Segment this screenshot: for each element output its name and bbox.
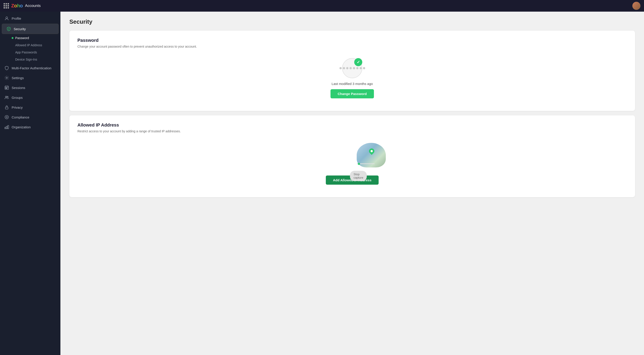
svg-rect-3 — [6, 88, 6, 88]
sub-item-label: Device Sign-Ins — [15, 58, 37, 61]
inactive-dot — [12, 44, 14, 46]
inactive-dot — [12, 58, 14, 60]
sidebar-item-profile[interactable]: Profile — [0, 13, 60, 23]
inactive-dot — [12, 51, 14, 53]
groups-icon — [4, 95, 9, 100]
pwd-dot — [353, 67, 355, 69]
sidebar-sub-device-signins[interactable]: Device Sign-Ins — [12, 56, 60, 63]
avatar-image — [632, 2, 640, 10]
pwd-dot — [363, 67, 365, 69]
password-card-desc: Change your account password often to pr… — [78, 45, 627, 48]
sidebar-item-settings[interactable]: Settings — [0, 73, 60, 83]
sidebar-item-mfa[interactable]: Multi-Factor Authentication — [0, 63, 60, 73]
page-title: Security — [69, 18, 635, 25]
sidebar-item-groups[interactable]: Groups — [0, 92, 60, 102]
sub-item-label: Password — [15, 36, 29, 40]
grid-menu-icon[interactable] — [4, 3, 9, 8]
svg-point-9 — [6, 116, 8, 118]
sidebar-item-label: Profile — [12, 16, 21, 20]
svg-point-8 — [5, 115, 8, 119]
sidebar-item-label: Privacy — [12, 105, 22, 109]
calendar-icon — [4, 85, 9, 90]
pwd-dot — [350, 67, 352, 69]
main-content: Security Password Change your account pa… — [60, 12, 644, 355]
svg-rect-12 — [8, 125, 9, 129]
ip-card-title: Allowed IP Address — [78, 122, 627, 128]
stop-capture-badge[interactable]: Stop capture — [350, 171, 367, 181]
active-dot — [12, 37, 14, 39]
topbar-left: Zoho Accounts — [4, 3, 41, 9]
lock-icon — [4, 105, 9, 109]
password-dots — [340, 67, 365, 69]
change-password-button[interactable]: Change Password — [330, 89, 374, 98]
svg-rect-4 — [6, 88, 7, 88]
sub-item-label: App Passwords — [15, 50, 37, 54]
zoho-logo: Zoho Accounts — [11, 3, 41, 9]
logo-z: Z — [11, 3, 14, 8]
logo-h: h — [17, 3, 20, 8]
sidebar-item-label: Multi-Factor Authentication — [12, 66, 52, 70]
sub-item-label: Allowed IP Address — [15, 43, 42, 47]
password-shield-circle — [342, 58, 362, 78]
svg-point-5 — [5, 96, 7, 97]
password-card: Password Change your account password of… — [69, 31, 635, 111]
pwd-dot — [340, 67, 342, 69]
map-pin-icon — [368, 147, 376, 155]
shield-lock-icon — [4, 66, 9, 70]
topbar: Zoho Accounts — [0, 0, 644, 12]
ip-visual: Stop capture Add Allowed IP Address — [78, 138, 627, 190]
svg-rect-7 — [5, 107, 8, 109]
allowed-ip-card: Allowed IP Address Restrict access to yo… — [69, 115, 635, 197]
user-icon — [4, 16, 9, 20]
ip-card-desc: Restrict access to your account by addin… — [78, 129, 627, 133]
sidebar-item-privacy[interactable]: Privacy — [0, 102, 60, 112]
password-check-badge — [354, 58, 362, 66]
sidebar-sub-app-passwords[interactable]: App Passwords — [12, 49, 60, 56]
sidebar-sub-allowed-ip[interactable]: Allowed IP Address — [12, 41, 60, 49]
sidebar-item-security[interactable]: Security — [2, 24, 59, 34]
pwd-dot — [343, 67, 345, 69]
sidebar-item-label: Compliance — [12, 115, 29, 119]
sidebar-item-label: Settings — [12, 76, 24, 80]
sidebar-item-organization[interactable]: Organization — [0, 122, 60, 132]
password-card-title: Password — [78, 38, 627, 43]
svg-rect-11 — [6, 126, 8, 129]
settings-icon — [4, 75, 9, 80]
pwd-dot — [356, 67, 358, 69]
last-modified-text: Last modified 3 months ago — [332, 82, 373, 86]
sidebar: Profile Security Password Allowed IP Add… — [0, 12, 60, 355]
svg-rect-10 — [5, 127, 6, 129]
sidebar-sub-password[interactable]: Password — [12, 34, 60, 41]
app-title: Accounts — [25, 3, 41, 8]
logo-o2: o — [20, 3, 23, 8]
sidebar-item-compliance[interactable]: Compliance — [0, 112, 60, 122]
sidebar-item-label: Security — [14, 27, 26, 31]
logo-o1: o — [14, 3, 17, 8]
sidebar-item-sessions[interactable]: Sessions — [0, 83, 60, 92]
password-visual: Last modified 3 months ago Change Passwo… — [78, 54, 627, 104]
security-sub-items: Password Allowed IP Address App Password… — [0, 34, 60, 63]
svg-point-0 — [6, 17, 8, 18]
org-icon — [4, 125, 9, 129]
sidebar-item-label: Organization — [12, 125, 31, 129]
svg-point-6 — [7, 96, 8, 97]
sidebar-item-label: Sessions — [12, 86, 25, 90]
compliance-icon — [4, 115, 9, 119]
user-avatar[interactable] — [632, 2, 640, 10]
sidebar-item-label: Groups — [12, 96, 22, 99]
pwd-dot — [346, 67, 348, 69]
pwd-dot — [360, 67, 362, 69]
shield-icon — [6, 26, 11, 31]
map-dot — [358, 163, 360, 165]
svg-point-1 — [6, 77, 8, 78]
